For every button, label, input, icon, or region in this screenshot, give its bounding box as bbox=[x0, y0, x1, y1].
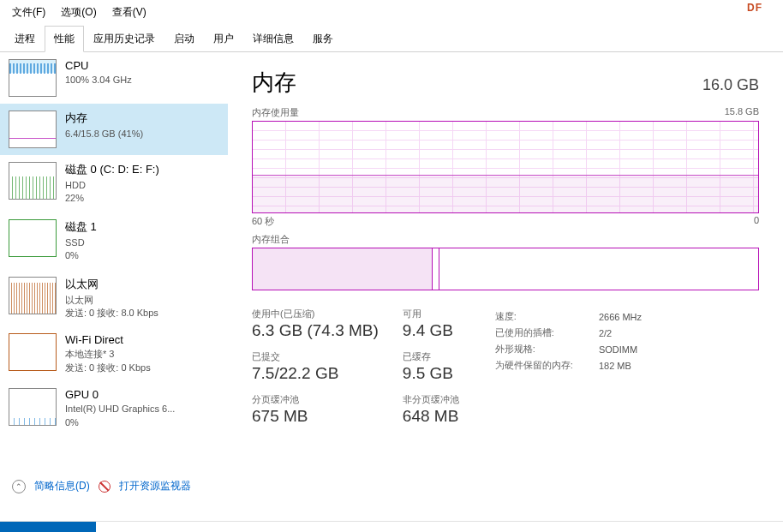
sidebar-item-title: CPU bbox=[65, 59, 219, 72]
sidebar-item-line1: 6.4/15.8 GB (41%) bbox=[65, 128, 219, 140]
menu-view[interactable]: 查看(V) bbox=[112, 5, 146, 20]
speed-label: 速度: bbox=[495, 309, 597, 324]
chevron-up-icon[interactable]: ⌃ bbox=[12, 480, 26, 493]
sidebar-item-3[interactable]: 磁盘 1SSD0% bbox=[0, 212, 228, 270]
paged-label: 分页缓冲池 bbox=[252, 393, 379, 406]
sidebar-item-2[interactable]: 磁盘 0 (C: D: E: F:)HDD22% bbox=[0, 155, 228, 212]
menu-file[interactable]: 文件(F) bbox=[12, 5, 45, 20]
sidebar-thumb bbox=[9, 333, 57, 371]
sidebar-item-4[interactable]: 以太网以太网发送: 0 接收: 8.0 Kbps bbox=[0, 270, 228, 327]
sidebar-thumb bbox=[9, 111, 57, 148]
available-label: 可用 bbox=[403, 308, 459, 320]
tab-6[interactable]: 服务 bbox=[303, 26, 343, 52]
nonpaged-value: 648 MB bbox=[403, 407, 459, 426]
stats-grid: 使用中(已压缩) 6.3 GB (74.3 MB) 可用 9.4 GB 已提交 … bbox=[252, 308, 459, 426]
sidebar-item-0[interactable]: CPU100% 3.04 GHz bbox=[0, 52, 228, 104]
slots-label: 已使用的插槽: bbox=[495, 326, 597, 340]
tab-1[interactable]: 性能 bbox=[45, 26, 84, 52]
slots-value: 2/2 bbox=[599, 326, 642, 340]
cached-value: 9.5 GB bbox=[403, 364, 459, 383]
brief-info-link[interactable]: 简略信息(D) bbox=[34, 479, 90, 493]
sidebar-item-title: 以太网 bbox=[65, 277, 219, 292]
tab-bar: 进程性能应用历史记录启动用户详细信息服务 bbox=[0, 25, 783, 52]
form-label: 外形规格: bbox=[495, 342, 597, 356]
menu-options[interactable]: 选项(O) bbox=[61, 5, 96, 20]
menu-bar: 文件(F) 选项(O) 查看(V) DF bbox=[0, 0, 783, 25]
footer-bar: ⌃ 简略信息(D) 打开资源监视器 bbox=[0, 472, 783, 500]
tab-2[interactable]: 应用历史记录 bbox=[84, 26, 164, 52]
detail-total: 16.0 GB bbox=[702, 76, 759, 94]
in-use-value: 6.3 GB (74.3 MB) bbox=[252, 321, 379, 340]
sidebar-item-line2: 0% bbox=[65, 249, 219, 262]
sidebar-thumb bbox=[9, 277, 57, 314]
in-use-label: 使用中(已压缩) bbox=[252, 308, 379, 320]
sidebar-item-title: 磁盘 0 (C: D: E: F:) bbox=[65, 162, 219, 177]
available-value: 9.4 GB bbox=[403, 321, 459, 340]
sidebar-thumb bbox=[9, 219, 57, 257]
sidebar-item-line2: 发送: 0 接收: 8.0 Kbps bbox=[65, 307, 219, 320]
resource-monitor-link[interactable]: 打开资源监视器 bbox=[119, 479, 191, 493]
sidebar-thumb bbox=[9, 162, 57, 200]
cached-label: 已缓存 bbox=[403, 350, 459, 363]
speed-value: 2666 MHz bbox=[599, 309, 642, 324]
detail-pane: 内存 16.0 GB 内存使用量 15.8 GB 60 秒 0 内存组合 使用中… bbox=[228, 52, 783, 472]
sidebar-item-line2: 发送: 0 接收: 0 Kbps bbox=[65, 362, 219, 374]
reserved-label: 为硬件保留的内存: bbox=[495, 358, 597, 373]
committed-label: 已提交 bbox=[252, 350, 379, 363]
reserved-value: 182 MB bbox=[599, 358, 642, 373]
sidebar-item-title: GPU 0 bbox=[65, 388, 219, 401]
sidebar-item-6[interactable]: GPU 0Intel(R) UHD Graphics 6...0% bbox=[0, 381, 228, 436]
committed-value: 7.5/22.2 GB bbox=[252, 364, 379, 383]
paged-value: 675 MB bbox=[252, 407, 379, 426]
sidebar-item-line1: HDD bbox=[65, 179, 219, 192]
memory-composition-graph bbox=[252, 248, 759, 290]
memory-usage-graph bbox=[252, 121, 759, 213]
sidebar-item-line1: 本地连接* 3 bbox=[65, 348, 219, 361]
sidebar-item-5[interactable]: Wi-Fi Direct本地连接* 3发送: 0 接收: 0 Kbps bbox=[0, 326, 228, 381]
sidebar-thumb bbox=[9, 59, 57, 97]
form-value: SODIMM bbox=[599, 342, 642, 356]
reply-button[interactable]: 回复 bbox=[0, 522, 96, 532]
detail-title: 内存 bbox=[252, 68, 296, 98]
usage-label: 内存使用量 bbox=[252, 106, 299, 119]
usage-max: 15.8 GB bbox=[725, 106, 759, 119]
sidebar-item-line1: SSD bbox=[65, 236, 219, 249]
axis-right: 0 bbox=[754, 215, 759, 228]
sidebar-item-title: Wi-Fi Direct bbox=[65, 333, 219, 346]
watermark: DF bbox=[747, 2, 762, 14]
sidebar: CPU100% 3.04 GHz内存6.4/15.8 GB (41%)磁盘 0 … bbox=[0, 52, 228, 472]
forum-action-bar: 回复 我有相同问题 (3) 订阅 | 举报滥用情况 bbox=[0, 521, 783, 532]
sidebar-item-line2: 0% bbox=[65, 416, 219, 429]
nonpaged-label: 非分页缓冲池 bbox=[403, 393, 459, 406]
composition-label: 内存组合 bbox=[252, 233, 290, 246]
sidebar-thumb bbox=[9, 388, 57, 426]
sidebar-item-title: 内存 bbox=[65, 111, 219, 126]
tab-0[interactable]: 进程 bbox=[5, 26, 45, 52]
sidebar-item-line1: 100% 3.04 GHz bbox=[65, 74, 219, 87]
sidebar-item-title: 磁盘 1 bbox=[65, 219, 219, 235]
tab-3[interactable]: 启动 bbox=[164, 26, 204, 52]
prohibit-icon bbox=[99, 481, 111, 493]
specs-table: 速度:2666 MHz 已使用的插槽:2/2 外形规格:SODIMM 为硬件保留… bbox=[493, 308, 643, 426]
sidebar-item-line1: Intel(R) UHD Graphics 6... bbox=[65, 403, 219, 415]
axis-left: 60 秒 bbox=[252, 215, 274, 228]
sidebar-item-1[interactable]: 内存6.4/15.8 GB (41%) bbox=[0, 104, 228, 155]
tab-4[interactable]: 用户 bbox=[204, 26, 243, 52]
tab-5[interactable]: 详细信息 bbox=[243, 26, 303, 52]
sidebar-item-line2: 22% bbox=[65, 192, 219, 205]
sidebar-item-line1: 以太网 bbox=[65, 294, 219, 307]
